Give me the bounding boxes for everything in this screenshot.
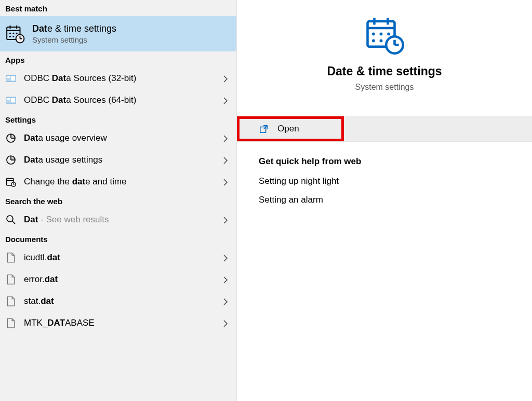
chevron-right-icon (223, 217, 229, 223)
chevron-right-icon (223, 320, 229, 326)
svg-point-29 (7, 216, 13, 222)
svg-point-35 (372, 32, 375, 35)
open-label: Open (277, 124, 299, 134)
svg-rect-13 (7, 76, 10, 78)
doc-label: stat.dat (24, 296, 216, 306)
open-external-icon (259, 124, 269, 134)
chevron-right-icon (223, 276, 229, 283)
svg-point-4 (9, 33, 11, 34)
file-icon (5, 274, 17, 285)
doc-label: icudtl.dat (24, 252, 216, 263)
svg-point-5 (12, 33, 14, 34)
chevron-right-icon (223, 75, 229, 82)
chevron-right-icon (223, 157, 229, 163)
search-results-panel: Best match Date & time settings System s… (0, 0, 237, 401)
web-result[interactable]: Dat - See web results (0, 209, 236, 231)
svg-point-6 (16, 33, 18, 34)
svg-point-8 (12, 36, 14, 37)
best-match-subtitle: System settings (32, 35, 116, 44)
app-result-odbc-64[interactable]: ODBC Data Sources (64-bit) (0, 89, 236, 111)
doc-result[interactable]: stat.dat (0, 290, 236, 312)
file-icon (5, 252, 17, 263)
setting-data-usage-settings[interactable]: Data usage settings (0, 149, 236, 171)
doc-label: error.dat (24, 274, 216, 285)
file-icon (5, 317, 17, 329)
svg-rect-17 (11, 98, 15, 102)
best-match-text: Date & time settings System settings (32, 23, 116, 44)
documents-header: Documents (0, 231, 236, 247)
hero: Date & time settings System settings (237, 0, 532, 101)
pie-chart-icon (5, 154, 17, 166)
svg-point-7 (9, 36, 11, 37)
chevron-right-icon (223, 298, 229, 304)
apps-header: Apps (0, 51, 236, 68)
date-time-icon (5, 24, 25, 44)
quick-help-link[interactable]: Setting up night light (259, 176, 532, 186)
app-result-odbc-32[interactable]: ODBC Data Sources (32-bit) (0, 68, 236, 89)
doc-result[interactable]: MTK_DATABASE (0, 312, 236, 334)
odbc-icon (5, 95, 17, 106)
chevron-right-icon (223, 135, 229, 141)
calendar-clock-icon (5, 176, 17, 188)
chevron-right-icon (223, 179, 229, 185)
quick-help-title: Get quick help from web (259, 156, 532, 167)
quick-help-link[interactable]: Setting an alarm (259, 195, 532, 205)
setting-data-usage-overview[interactable]: Data usage overview (0, 127, 236, 149)
best-match-title: Date & time settings (32, 23, 116, 34)
chevron-right-icon (223, 255, 229, 261)
action-area: Open (237, 116, 532, 142)
app-label: ODBC Data Sources (32-bit) (24, 73, 216, 84)
svg-point-36 (380, 32, 383, 35)
setting-label: Data usage overview (24, 133, 216, 143)
web-label: Dat - See web results (24, 215, 216, 225)
doc-result[interactable]: icudtl.dat (0, 247, 236, 269)
search-web-header: Search the web (0, 193, 236, 209)
file-icon (5, 296, 17, 307)
quick-help-section: Get quick help from web Setting up night… (237, 142, 532, 213)
detail-title: Date & time settings (237, 64, 532, 78)
search-icon (5, 214, 17, 225)
odbc-icon (5, 73, 17, 84)
setting-change-date-time[interactable]: Change the date and time (0, 171, 236, 193)
best-match-header: Best match (0, 0, 236, 16)
pie-chart-icon (5, 132, 17, 144)
detail-subtitle: System settings (237, 83, 532, 92)
best-match-result[interactable]: Date & time settings System settings (0, 16, 236, 51)
doc-result[interactable]: error.dat (0, 269, 236, 290)
date-time-hero-icon (237, 15, 532, 55)
settings-header: Settings (0, 111, 236, 127)
doc-label: MTK_DATABASE (24, 318, 216, 328)
detail-panel: Date & time settings System settings Ope… (237, 0, 532, 401)
chevron-right-icon (223, 97, 229, 103)
open-button[interactable]: Open (237, 116, 532, 141)
app-label: ODBC Data Sources (64-bit) (24, 95, 216, 105)
setting-label: Change the date and time (24, 177, 216, 187)
svg-rect-16 (7, 98, 10, 100)
svg-point-39 (380, 39, 383, 42)
setting-label: Data usage settings (24, 155, 216, 165)
svg-point-37 (387, 32, 390, 35)
svg-rect-14 (11, 76, 15, 81)
svg-point-38 (372, 39, 375, 42)
svg-line-30 (12, 221, 15, 224)
